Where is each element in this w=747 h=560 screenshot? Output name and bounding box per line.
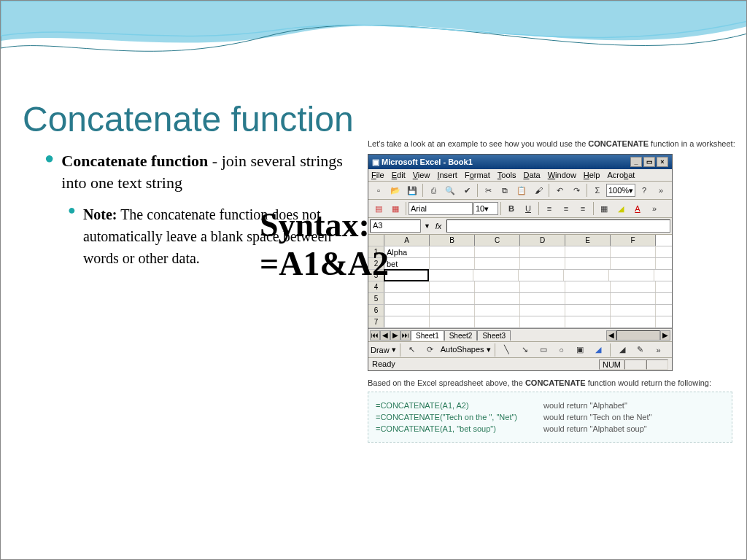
standard-toolbar: ▫ 📂 💾 ⎙ 🔍 ✔ ✂ ⧉ 📋 🖌 ↶ ↷ Σ 100% ▾ ? »: [368, 182, 672, 200]
fill-color-icon[interactable]: ◢: [613, 201, 629, 216]
formatting-toolbar: ▤ ▦ Arial 10 ▾ B U ≡ ≡ ≡ ▦ ◢ A »: [368, 200, 672, 218]
decorative-wave: [1, 1, 747, 88]
sheet-tabs: ⏮ ◀ ▶ ⏭ Sheet1 Sheet2 Sheet3 ◀ ▶: [368, 328, 672, 341]
more2-icon[interactable]: »: [646, 201, 662, 216]
undo-icon[interactable]: ↶: [551, 183, 568, 198]
align-right-icon[interactable]: ≡: [575, 201, 591, 216]
menu-tools[interactable]: Tools: [498, 171, 516, 179]
print-icon[interactable]: ⎙: [425, 183, 441, 198]
font-combo[interactable]: Arial: [409, 202, 473, 215]
draw-menu[interactable]: Draw: [371, 346, 390, 354]
bullet-dot-icon: ●: [68, 203, 76, 269]
rect-icon[interactable]: ▭: [535, 343, 551, 357]
restore-button[interactable]: ▭: [643, 157, 655, 167]
first-sheet-icon[interactable]: ⏮: [370, 330, 380, 341]
zoom-combo[interactable]: 100% ▾: [606, 184, 635, 197]
menu-view[interactable]: View: [413, 171, 430, 179]
formula-bar[interactable]: [446, 219, 670, 233]
example-results-box: =CONCATENATE(A1, A2)would return "Alphab…: [368, 392, 732, 443]
save-icon[interactable]: 💾: [404, 183, 420, 198]
align-left-icon[interactable]: ≡: [541, 201, 557, 216]
row-header[interactable]: 5: [368, 293, 384, 304]
menu-insert[interactable]: Insert: [437, 171, 457, 179]
linecolor-icon[interactable]: ✎: [632, 343, 649, 357]
sheet-tab-active[interactable]: Sheet1: [411, 330, 444, 341]
wordart-icon[interactable]: ◢: [590, 343, 606, 357]
formula-bar-row: A3 ▼ fx: [368, 218, 672, 235]
status-num: NUM: [599, 359, 624, 370]
redo-icon[interactable]: ↷: [568, 183, 584, 198]
preview-icon[interactable]: 🔍: [442, 183, 458, 198]
spell-icon[interactable]: ✔: [459, 183, 475, 198]
active-cell[interactable]: [384, 269, 429, 281]
autoshapes-menu[interactable]: AutoShapes ▾: [441, 345, 491, 354]
column-header[interactable]: D: [520, 235, 565, 246]
paste-icon[interactable]: 📋: [514, 183, 530, 198]
pdf2-icon[interactable]: ▦: [387, 201, 403, 216]
copy-icon[interactable]: ⧉: [497, 183, 513, 198]
menu-help[interactable]: Help: [584, 171, 600, 179]
font-color-icon[interactable]: A: [630, 201, 646, 216]
status-ready: Ready: [372, 359, 395, 369]
menu-file[interactable]: File: [371, 171, 384, 179]
column-header[interactable]: E: [565, 235, 611, 246]
more3-icon[interactable]: »: [651, 343, 667, 357]
minimize-button[interactable]: _: [630, 157, 642, 167]
underline-icon[interactable]: U: [520, 201, 536, 216]
menu-data[interactable]: Data: [523, 171, 540, 179]
fillcolor-icon[interactable]: ◢: [614, 343, 630, 357]
excel-window: ▣ Microsoft Excel - Book1 _ ▭ × File Edi…: [368, 154, 673, 371]
more-icon[interactable]: »: [653, 183, 669, 198]
help-icon[interactable]: ?: [636, 183, 652, 198]
drawing-toolbar: Draw ▾ ↖ ⟳ AutoShapes ▾ ╲ ↘ ▭ ○ ▣ ◢ ◢ ✎ …: [368, 341, 672, 357]
textbox-icon[interactable]: ▣: [572, 343, 588, 357]
autosum-icon[interactable]: Σ: [589, 183, 605, 198]
column-header[interactable]: C: [475, 235, 520, 246]
menu-edit[interactable]: Edit: [392, 171, 406, 179]
example-intro-text: Let's take a look at an example to see h…: [368, 139, 743, 148]
next-sheet-icon[interactable]: ▶: [390, 330, 400, 341]
open-icon[interactable]: 📂: [387, 183, 403, 198]
select-icon[interactable]: ↖: [404, 343, 420, 357]
menu-window[interactable]: Window: [548, 171, 576, 179]
bullet-level-1: ● Concatenate function - join several st…: [44, 150, 351, 193]
menu-acrobat[interactable]: Acrobat: [607, 171, 635, 179]
sheet-tab[interactable]: Sheet3: [477, 330, 511, 341]
example-row: =CONCATENATE(A1, "bet soup")would return…: [376, 423, 724, 435]
excel-menubar: File Edit View Insert Format Tools Data …: [368, 169, 672, 182]
line-icon[interactable]: ╲: [499, 343, 515, 357]
new-icon[interactable]: ▫: [371, 183, 387, 198]
fx-icon[interactable]: fx: [433, 222, 444, 230]
cell[interactable]: bet: [384, 258, 430, 269]
example-row: =CONCATENATE("Tech on the ", "Net")would…: [376, 411, 724, 423]
format-painter-icon[interactable]: 🖌: [530, 183, 546, 198]
column-header[interactable]: F: [611, 235, 656, 246]
excel-titlebar: ▣ Microsoft Excel - Book1 _ ▭ ×: [368, 155, 672, 169]
status-bar: Ready NUM: [368, 357, 672, 370]
column-header[interactable]: A: [384, 235, 430, 246]
rotate-icon[interactable]: ⟳: [422, 343, 438, 357]
column-header[interactable]: B: [430, 235, 475, 246]
syntax-overlay: Syntax: =A1&A2: [260, 206, 389, 284]
hscroll-left-icon[interactable]: ◀: [606, 330, 616, 341]
row-header[interactable]: 6: [368, 305, 384, 316]
hscroll-right-icon[interactable]: ▶: [660, 330, 670, 341]
sheet-tab[interactable]: Sheet2: [444, 330, 478, 341]
cut-icon[interactable]: ✂: [480, 183, 496, 198]
border-icon[interactable]: ▦: [596, 201, 612, 216]
slide-title: Concatenate function: [23, 99, 354, 139]
cell[interactable]: Alpha: [384, 246, 430, 257]
menu-format[interactable]: Format: [465, 171, 490, 179]
align-center-icon[interactable]: ≡: [558, 201, 574, 216]
close-button[interactable]: ×: [657, 157, 668, 167]
arrow-icon[interactable]: ↘: [517, 343, 533, 357]
oval-icon[interactable]: ○: [554, 343, 570, 357]
fontsize-combo[interactable]: 10 ▾: [473, 202, 498, 215]
prev-sheet-icon[interactable]: ◀: [380, 330, 390, 341]
last-sheet-icon[interactable]: ⏭: [400, 330, 411, 341]
bold-icon[interactable]: B: [503, 201, 519, 216]
spreadsheet-grid[interactable]: A B C D E F 1Alpha 2bet 3 4 5 6 7: [368, 235, 672, 328]
hscrollbar[interactable]: [616, 330, 660, 341]
namebox-dropdown-icon[interactable]: ▼: [424, 222, 430, 230]
row-header[interactable]: 7: [368, 316, 384, 327]
